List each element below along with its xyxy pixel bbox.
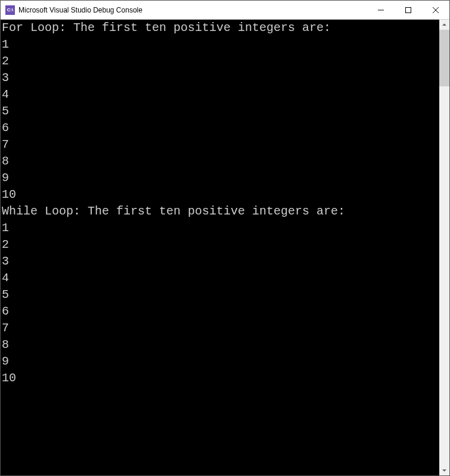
console-line: 10 bbox=[2, 186, 439, 203]
console-line: 8 bbox=[2, 337, 439, 353]
console-line: 6 bbox=[2, 303, 439, 320]
scroll-thumb[interactable] bbox=[439, 30, 449, 86]
console-line: 3 bbox=[2, 70, 439, 86]
console-line: 2 bbox=[2, 237, 439, 253]
console-line: For Loop: The first ten positive integer… bbox=[2, 20, 439, 36]
maximize-button[interactable] bbox=[395, 1, 422, 19]
console-line: 5 bbox=[2, 287, 439, 303]
console-line: 5 bbox=[2, 103, 439, 120]
console-line: 10 bbox=[2, 370, 439, 387]
console-line: 6 bbox=[2, 120, 439, 136]
console-line: 9 bbox=[2, 353, 439, 370]
console-line: 8 bbox=[2, 153, 439, 170]
maximize-icon bbox=[405, 7, 411, 13]
vertical-scrollbar[interactable] bbox=[439, 20, 449, 475]
scroll-up-button[interactable] bbox=[439, 20, 449, 30]
window-title: Microsoft Visual Studio Debug Console bbox=[18, 6, 367, 14]
titlebar[interactable]: C:\ Microsoft Visual Studio Debug Consol… bbox=[1, 1, 449, 20]
scroll-down-button[interactable] bbox=[439, 465, 449, 475]
scroll-track[interactable] bbox=[439, 30, 449, 465]
console-line: 7 bbox=[2, 136, 439, 153]
console-area: For Loop: The first ten positive integer… bbox=[1, 20, 449, 475]
console-window: C:\ Microsoft Visual Studio Debug Consol… bbox=[1, 1, 449, 475]
app-icon: C:\ bbox=[5, 5, 15, 15]
chevron-up-icon bbox=[442, 23, 446, 27]
minimize-button[interactable] bbox=[367, 1, 395, 19]
console-output[interactable]: For Loop: The first ten positive integer… bbox=[1, 20, 439, 475]
console-line: While Loop: The first ten positive integ… bbox=[2, 203, 439, 220]
console-line: 7 bbox=[2, 320, 439, 337]
svg-rect-1 bbox=[406, 7, 411, 13]
console-line: 1 bbox=[2, 36, 439, 53]
console-line: 4 bbox=[2, 270, 439, 287]
chevron-down-icon bbox=[442, 468, 446, 472]
close-button[interactable] bbox=[422, 1, 449, 19]
window-controls bbox=[367, 1, 449, 19]
console-line: 9 bbox=[2, 170, 439, 186]
console-line: 3 bbox=[2, 253, 439, 270]
console-line: 2 bbox=[2, 53, 439, 70]
close-icon bbox=[433, 7, 439, 13]
console-line: 1 bbox=[2, 220, 439, 237]
console-line: 4 bbox=[2, 86, 439, 103]
minimize-icon bbox=[378, 7, 384, 13]
